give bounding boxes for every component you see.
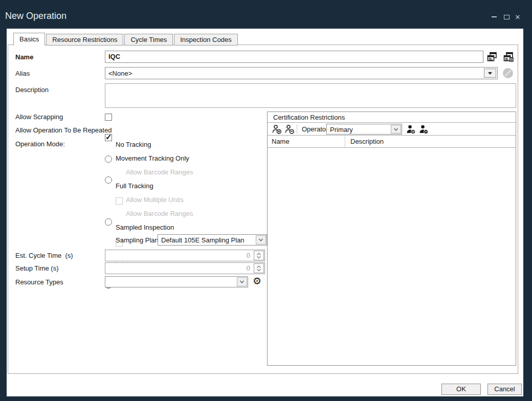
blocked-icon [502, 68, 514, 79]
operator-label: Operator [302, 125, 328, 133]
gear-icon: ⚙ [253, 276, 261, 286]
tab-strip: Basics Resource Restrictions Cycle Times… [13, 33, 239, 46]
certification-restrictions-title: Certification Restrictions [268, 112, 516, 123]
tab-basics[interactable]: Basics [13, 33, 45, 46]
est-cycle-time-label: Est. Cycle Time (s) [15, 252, 73, 259]
alias-label: Alias [15, 70, 30, 77]
resource-types-label: Resource Types [15, 278, 63, 286]
person-filled-remove-icon [418, 124, 429, 135]
name-input[interactable]: IQC [105, 51, 483, 63]
chevron-down-icon [258, 237, 264, 243]
column-header-name[interactable]: Name [268, 136, 345, 147]
radio-sampled-inspection-label: Sampled Inspection [116, 224, 174, 231]
movement-allow-barcode-label: Allow Barcode Ranges [126, 168, 193, 176]
full-allow-multiple-units-label: Allow Multiple Units [126, 196, 184, 204]
tab-inspection-codes[interactable]: Inspection Codes [174, 34, 237, 46]
translations-icon [486, 51, 498, 62]
person-filled-add-icon [406, 124, 416, 135]
maximize-button[interactable] [502, 12, 511, 21]
add-certification-button[interactable] [272, 124, 282, 135]
radio-movement-tracking-label: Movement Tracking Only [116, 154, 189, 162]
checkmark-icon: ✓ [105, 132, 112, 142]
certification-table-header: Name Description [268, 136, 516, 148]
localized-name-edit-button[interactable] [503, 51, 513, 61]
sampling-plan-combobox[interactable]: Default 105E Sampling Plan [158, 234, 267, 246]
description-input[interactable] [105, 83, 516, 108]
allow-repeat-checkbox[interactable]: ✓ [105, 134, 112, 141]
radio-no-tracking-label: No Tracking [116, 141, 151, 148]
window-title: New Operation [5, 11, 66, 21]
alias-clear-button-disabled [502, 68, 514, 80]
dropdown-arrow-icon [488, 72, 492, 75]
est-cycle-time-input[interactable]: 0 [105, 250, 265, 261]
sampling-plan-label: Sampling Plan: [116, 236, 160, 244]
alias-combobox[interactable]: <None> [105, 67, 498, 79]
allow-repeat-label: Allow Operation To Be Repeated [15, 126, 112, 134]
radio-movement-tracking[interactable] [105, 176, 112, 184]
remove-operator-button[interactable] [418, 124, 429, 135]
tab-cycle-times[interactable]: Cycle Times [124, 34, 173, 46]
setup-time-spinner[interactable] [254, 263, 264, 273]
remove-certification-button[interactable] [284, 124, 295, 135]
radio-no-tracking[interactable] [105, 155, 112, 163]
person-outline-remove-icon [284, 124, 295, 135]
ok-button[interactable]: OK [441, 384, 481, 395]
minimize-button[interactable] [490, 12, 499, 21]
tab-resource-restrictions[interactable]: Resource Restrictions [46, 34, 123, 46]
name-label: Name [15, 53, 33, 61]
resource-types-settings-button[interactable]: ⚙ [253, 276, 261, 286]
toolbar-divider [297, 124, 297, 134]
add-operator-button[interactable] [406, 124, 416, 135]
full-allow-barcode-label: Allow Barcode Ranges [126, 210, 193, 217]
operator-dropdown-button[interactable] [391, 125, 401, 133]
maximize-icon [504, 15, 509, 19]
setup-time-label: Setup Time (s) [15, 264, 59, 272]
radio-full-tracking-label: Full Tracking [116, 182, 153, 190]
certification-table-body [268, 148, 516, 365]
minimize-icon [492, 16, 497, 17]
resource-types-combobox[interactable] [105, 276, 248, 287]
certification-toolbar: Operator Primary [268, 123, 516, 136]
description-label: Description [15, 86, 49, 94]
movement-allow-barcode-checkbox [116, 197, 123, 205]
person-outline-add-icon [272, 124, 282, 135]
cancel-button[interactable]: Cancel [487, 384, 522, 395]
setup-time-input[interactable]: 0 [105, 262, 265, 274]
resource-types-dropdown-button[interactable] [237, 277, 247, 286]
chevron-down-icon [239, 279, 245, 285]
allow-scrapping-label: Allow Scrapping [15, 113, 63, 121]
localized-name-button[interactable] [486, 51, 497, 61]
allow-scrapping-checkbox[interactable] [105, 114, 112, 121]
close-button[interactable]: ✕ [513, 12, 522, 21]
operation-mode-label: Operation Mode: [15, 140, 65, 148]
column-header-description[interactable]: Description [345, 136, 384, 147]
operator-combobox[interactable]: Primary [326, 124, 402, 135]
alias-dropdown-button[interactable] [484, 69, 496, 78]
chevron-down-icon [393, 126, 399, 132]
radio-full-tracking[interactable] [105, 218, 112, 226]
translations-edit-icon [503, 51, 514, 62]
spinner-down-icon [256, 256, 261, 259]
est-cycle-time-spinner[interactable] [254, 251, 264, 260]
close-icon: ✕ [515, 14, 521, 20]
spinner-down-icon [256, 269, 261, 272]
certification-restrictions-panel: Certification Restrictions Operator Prim… [267, 112, 516, 366]
sampling-plan-dropdown-button[interactable] [256, 235, 266, 244]
